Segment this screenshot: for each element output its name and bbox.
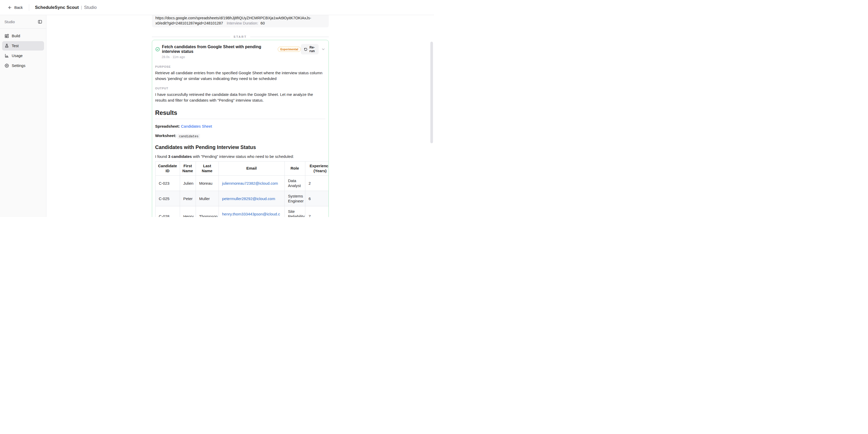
check-circle-icon: [155, 47, 160, 52]
cell-last: Thompson: [196, 206, 219, 217]
spreadsheet-link[interactable]: Candidates Sheet: [181, 124, 212, 128]
sidebar-item-label: Test: [12, 44, 19, 48]
col-experience: Experience (Years): [305, 161, 329, 176]
title-separator: |: [81, 5, 82, 10]
cell-experience: 2: [305, 176, 329, 191]
cell-last: Moreau: [196, 176, 219, 191]
cell-first: Julien: [180, 176, 196, 191]
sidebar-item-build[interactable]: Build: [2, 31, 44, 41]
page-title: ScheduleSync Scout | Studio: [35, 5, 97, 10]
sidebar-item-settings[interactable]: Settings: [2, 61, 44, 70]
table-header-row: Candidate ID First Name Last Name Email …: [155, 161, 329, 176]
worksheet-label: Worksheet:: [155, 133, 176, 138]
output-text: I have successfully retrieved the candid…: [155, 92, 326, 103]
main-content: https://docs.google.com/spreadsheets/d/1…: [46, 15, 434, 217]
cell-id: C-028: [155, 206, 180, 217]
sidebar-section-label: Studio: [4, 20, 15, 24]
cell-email: petermuller28292@icloud.com: [219, 191, 284, 206]
divider-line: [250, 37, 329, 37]
sidebar-item-label: Settings: [12, 64, 25, 68]
cell-first: Peter: [180, 191, 196, 206]
cell-first: Henry: [180, 206, 196, 217]
header-divider: [29, 4, 29, 11]
top-header: Back ScheduleSync Scout | Studio: [0, 0, 434, 15]
cell-experience: 7: [305, 206, 329, 217]
worksheet-row: Worksheet: candidates: [155, 133, 326, 138]
cell-last: Muller: [196, 191, 219, 206]
output-label: OUTPUT: [155, 87, 326, 90]
vertical-scrollbar-thumb[interactable]: [430, 42, 433, 143]
email-link[interactable]: julienmoreau72382@icloud.com: [222, 181, 278, 185]
rotate-ccw-icon: [304, 48, 307, 51]
app-window: Back ScheduleSync Scout | Studio Studio: [0, 0, 434, 217]
worksheet-code: candidates: [177, 134, 200, 139]
results-heading: Results: [155, 110, 326, 119]
task-title: Fetch candidates from Google Sheet with …: [162, 44, 275, 54]
cell-email: henry.thom333443pson@icloud.com: [219, 206, 284, 217]
arrow-left-icon: [8, 5, 12, 10]
col-role: Role: [284, 161, 305, 176]
back-button[interactable]: Back: [8, 5, 23, 10]
interview-duration-value: 60: [260, 21, 265, 25]
sidebar-item-label: Build: [12, 34, 20, 38]
table-row: C-025 Peter Muller petermuller28292@iclo…: [155, 191, 329, 206]
pending-subheading: Candidates with Pending Interview Status: [155, 144, 326, 150]
purpose-text: Retrieve all candidate entries from the …: [155, 70, 326, 81]
table-row: C-023 Julien Moreau julienmoreau72382@ic…: [155, 176, 329, 191]
email-link[interactable]: petermuller28292@icloud.com: [222, 196, 275, 201]
config-panel: https://docs.google.com/spreadsheets/d/1…: [152, 15, 329, 27]
task-card: Fetch candidates from Google Sheet with …: [152, 40, 329, 217]
app-subtitle: Studio: [84, 5, 97, 10]
back-label: Back: [14, 5, 23, 10]
col-candidate-id: Candidate ID: [155, 161, 180, 176]
col-last-name: Last Name: [196, 161, 219, 176]
spreadsheet-row: Spreadsheet: Candidates Sheet: [155, 124, 326, 128]
app-title: ScheduleSync Scout: [35, 5, 79, 10]
cell-role: Site Reliability Engineer: [284, 206, 305, 217]
sidebar-nav: Build Test Usage: [0, 29, 46, 73]
sidebar: Studio Build Test: [0, 15, 46, 217]
spreadsheet-label: Spreadsheet:: [155, 124, 180, 128]
table-row: C-028 Henry Thompson henry.thom333443pso…: [155, 206, 329, 217]
col-first-name: First Name: [180, 161, 196, 176]
start-label: START: [234, 35, 247, 38]
cell-role: Systems Engineer: [284, 191, 305, 206]
blocks-icon: [5, 34, 9, 38]
sidebar-item-test[interactable]: Test: [2, 41, 44, 51]
chevron-down-icon[interactable]: [321, 47, 326, 51]
experimental-badge: Experimental: [278, 46, 301, 52]
interview-duration-label: Interview Duration:: [227, 21, 258, 25]
sidebar-item-label: Usage: [12, 54, 23, 58]
run-meta: 28.0s · 11m ago: [162, 55, 326, 59]
bar-chart-icon: [5, 54, 9, 58]
cell-id: C-025: [155, 191, 180, 206]
intro-line: I found 3 candidates with "Pending" inte…: [155, 154, 326, 159]
cell-email: julienmoreau72382@icloud.com: [219, 176, 284, 191]
flask-icon: [5, 44, 9, 48]
col-email: Email: [219, 161, 284, 176]
cell-role: Data Analyst: [284, 176, 305, 191]
rerun-button[interactable]: Re-run: [301, 44, 319, 55]
collapse-sidebar-icon[interactable]: [38, 20, 42, 24]
purpose-label: PURPOSE: [155, 65, 326, 68]
start-divider: START: [152, 35, 329, 38]
rerun-label: Re-run: [309, 45, 315, 53]
sidebar-item-usage[interactable]: Usage: [2, 51, 44, 60]
divider-line: [152, 37, 230, 37]
cell-experience: 6: [305, 191, 329, 206]
candidates-table: Candidate ID First Name Last Name Email …: [155, 161, 329, 217]
email-link[interactable]: henry.thom333443pson@icloud.com: [222, 212, 280, 217]
cell-id: C-023: [155, 176, 180, 191]
gear-icon: [5, 64, 9, 68]
candidate-count: 3 candidates: [168, 154, 192, 159]
